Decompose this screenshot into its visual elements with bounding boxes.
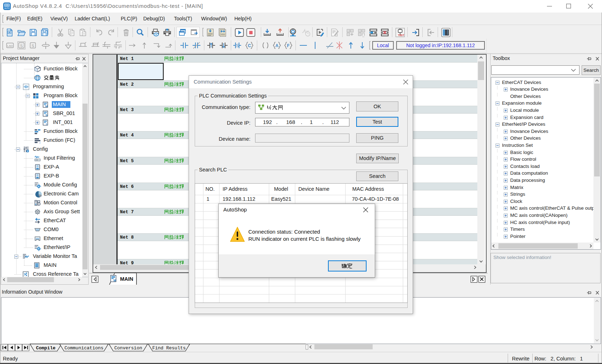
svg-text:S: S	[45, 114, 48, 117]
svg-text:Compile: Compile	[36, 345, 56, 351]
svg-text:M: M	[45, 105, 48, 108]
svg-text:M: M	[113, 279, 116, 282]
svg-text:Find Results: Find Results	[152, 345, 186, 351]
svg-text:S: S	[236, 43, 239, 48]
svg-text:S: S	[31, 44, 34, 48]
svg-text:(): ()	[39, 141, 41, 144]
svg-text:MAIN: MAIN	[120, 276, 133, 282]
svg-text:AUTO: AUTO	[4, 7, 10, 9]
svg-text:C: C	[248, 43, 251, 48]
svg-text:F: F	[287, 43, 289, 48]
svg-text:ST: ST	[401, 34, 404, 37]
svg-text:S: S	[20, 44, 23, 48]
svg-text:I: I	[46, 123, 47, 126]
svg-text:LAD: LAD	[7, 44, 13, 48]
svg-text:A: A	[275, 43, 279, 48]
svg-text:Conversion: Conversion	[114, 345, 142, 351]
svg-text:Communications: Communications	[64, 345, 103, 351]
